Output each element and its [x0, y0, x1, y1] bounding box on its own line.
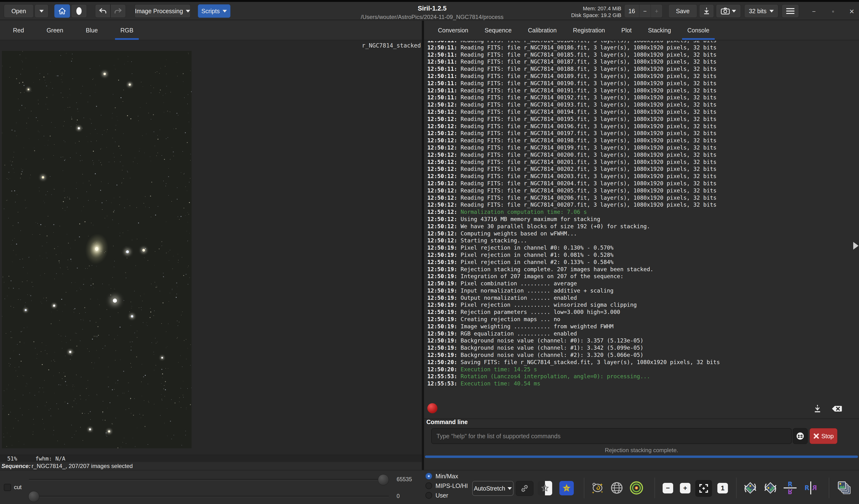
- clear-console-button[interactable]: [830, 403, 844, 415]
- low-slider-handle[interactable]: [28, 491, 40, 502]
- high-slider-handle[interactable]: [378, 474, 389, 485]
- rotate-left-button[interactable]: [742, 480, 758, 496]
- high-slider[interactable]: [29, 479, 389, 480]
- console-line: 12:50:19: Background noise value (channe…: [427, 345, 856, 352]
- console-toolbar: [424, 398, 859, 419]
- annotations-globe-button[interactable]: [609, 480, 625, 496]
- open-button[interactable]: Open: [4, 4, 34, 18]
- stretch-mode-dropdown[interactable]: AutoStretch: [472, 481, 514, 496]
- tab-red[interactable]: Red: [5, 21, 32, 40]
- tab-green[interactable]: Green: [39, 21, 71, 40]
- maximize-button[interactable]: ▫: [829, 7, 838, 16]
- tab-rgb[interactable]: RGB: [112, 21, 141, 40]
- working-directory-path: /Users/wouter/AstroPics/2024-11-09_NGC78…: [312, 14, 552, 20]
- redo-button[interactable]: [110, 4, 126, 18]
- high-value: 65535: [397, 476, 412, 483]
- window-title: Siril-1.2.5: [312, 5, 552, 12]
- console-line: 12:50:12: Reading FITS: file r_NGC7814_0…: [427, 187, 856, 194]
- photometry-button[interactable]: [629, 480, 644, 496]
- tab-sequence[interactable]: Sequence: [476, 21, 520, 40]
- bright-star: [108, 430, 110, 432]
- home-icon: [58, 7, 66, 15]
- zoom-in-button[interactable]: +: [680, 483, 691, 493]
- pane-expand-icon[interactable]: [853, 242, 859, 249]
- radio-mipslohi[interactable]: [425, 483, 432, 489]
- console-line: 12:50:12: Reading FITS: file r_NGC7814_0…: [427, 151, 856, 159]
- starfield-image[interactable]: [2, 51, 192, 448]
- threads-decrement-button[interactable]: −: [639, 4, 651, 17]
- command-help-button[interactable]: [793, 428, 808, 444]
- tab-plot[interactable]: Plot: [613, 21, 640, 40]
- stop-button[interactable]: Stop: [810, 428, 838, 444]
- tab-calibration[interactable]: Calibration: [520, 21, 565, 40]
- console-line: 12:55:53: Execution time: 40.54 ms: [427, 380, 856, 387]
- tab-conversion[interactable]: Conversion: [430, 21, 476, 40]
- sequence-images-button[interactable]: [837, 480, 852, 496]
- zoom-one-button[interactable]: 1: [717, 483, 728, 493]
- console-line: 12:50:11: Reading FITS: file r_NGC7814_0…: [427, 51, 856, 59]
- display-controls-bar: cut 65535 0 Min/Max MIPS-LO/HI User Auto…: [0, 470, 859, 504]
- tab-blue[interactable]: Blue: [77, 21, 106, 40]
- radio-user[interactable]: [425, 492, 432, 499]
- cut-checkbox[interactable]: [4, 484, 11, 491]
- processing-panel: Conversion Sequence Calibration Registra…: [424, 21, 859, 459]
- bw-star-icon: [540, 484, 549, 493]
- image-processing-label: Image Processing: [135, 8, 183, 15]
- bit-depth-value: 32 bits: [749, 8, 767, 15]
- app-menu-button[interactable]: [782, 4, 799, 18]
- snapshot-button[interactable]: [716, 4, 741, 18]
- console-line: 12:50:19: Pixel combination ......... av…: [427, 280, 856, 287]
- console-line: 12:50:12: Reading FITS: file r_NGC7814_0…: [427, 173, 856, 180]
- export-log-button[interactable]: [812, 403, 824, 415]
- tab-stacking[interactable]: Stacking: [640, 21, 679, 40]
- radio-minmax[interactable]: [425, 473, 432, 479]
- console-line: 12:50:11: Reading FITS: file r_NGC7814_0…: [427, 58, 856, 65]
- radio-mipslohi-label: MIPS-LO/HI: [436, 483, 468, 489]
- home-button[interactable]: [54, 4, 70, 18]
- console-line: 12:50:11: Reading FITS: file r_NGC7814_0…: [427, 65, 856, 73]
- command-input[interactable]: [431, 428, 792, 444]
- record-button[interactable]: [71, 4, 87, 18]
- threads-spinner[interactable]: 16 − +: [624, 4, 663, 18]
- sequence-text: r_NGC7814_, 207/207 images selected: [31, 463, 133, 470]
- console-line: 12:50:19: Rejection parameters ...... lo…: [427, 309, 856, 316]
- image-status-bar: 51% fwhm: N/A: [0, 455, 422, 462]
- save-as-button[interactable]: [699, 4, 714, 18]
- bright-star: [126, 250, 129, 253]
- radio-minmax-label: Min/Max: [436, 473, 458, 480]
- close-button[interactable]: ✕: [847, 7, 856, 16]
- scripts-menu[interactable]: Scripts: [198, 4, 230, 18]
- star-detection-toggle[interactable]: [538, 481, 552, 495]
- zoom-fit-button[interactable]: [695, 480, 712, 497]
- bright-star: [142, 249, 145, 251]
- rotate-right-button[interactable]: [763, 480, 778, 496]
- bright-star: [25, 309, 27, 311]
- image-processing-menu[interactable]: Image Processing: [134, 4, 191, 18]
- cut-label: cut: [14, 484, 21, 491]
- panel-divider[interactable]: [422, 21, 424, 504]
- console-log[interactable]: 12:50:11: Reading FITS: file r_NGC7814_0…: [424, 41, 856, 398]
- threads-increment-button[interactable]: +: [651, 4, 662, 17]
- console-line: 12:50:12: Computing weights based on wFW…: [427, 230, 856, 238]
- low-slider[interactable]: [29, 496, 389, 497]
- bright-star: [131, 315, 133, 318]
- zoom-out-button[interactable]: −: [663, 483, 673, 493]
- tab-console[interactable]: Console: [679, 21, 718, 40]
- save-button[interactable]: Save: [668, 4, 697, 18]
- image-display-area[interactable]: r_NGC7814_stacked: [0, 41, 422, 455]
- console-line: 12:50:12: Starting stacking...: [427, 237, 856, 244]
- save-download-icon: [703, 7, 710, 15]
- tab-registration[interactable]: Registration: [565, 21, 613, 40]
- astrometry-button[interactable]: [590, 480, 605, 496]
- open-dropdown-button[interactable]: [34, 4, 48, 18]
- channel-link-button[interactable]: [516, 481, 533, 496]
- minimize-icon: −: [812, 8, 816, 15]
- bright-star: [53, 305, 55, 307]
- flip-vertical-button[interactable]: R R: [782, 480, 798, 496]
- flip-horizontal-button[interactable]: R R: [803, 480, 819, 496]
- logging-indicator-icon: [427, 403, 437, 413]
- bit-depth-dropdown[interactable]: 32 bits: [744, 4, 778, 18]
- undo-button[interactable]: [95, 4, 110, 18]
- star-annotation-toggle[interactable]: [559, 481, 574, 495]
- minimize-button[interactable]: −: [810, 7, 818, 16]
